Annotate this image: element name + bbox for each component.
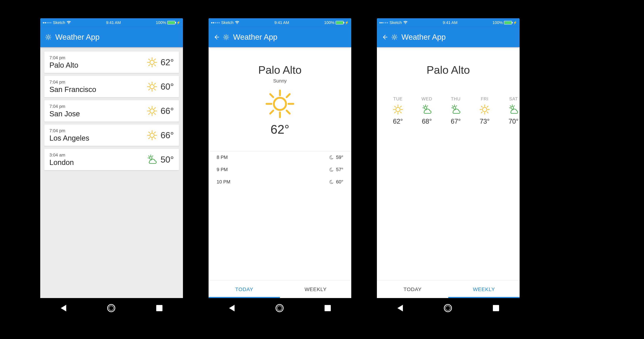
card-city: San Jose	[50, 110, 80, 118]
carrier-label: Sketch	[390, 20, 402, 25]
app-bar: Weather App	[377, 27, 520, 47]
hourly-row: 10 PM 60°	[208, 176, 351, 188]
app-logo-sun-icon	[223, 34, 229, 40]
weekly-days-row[interactable]: TUE 62° WED 68° THU 67° FRI 73° SAT 70°	[377, 96, 520, 125]
tab-today[interactable]: TODAY	[377, 281, 448, 298]
city-card[interactable]: 7:04 pm San Jose 66°	[44, 100, 179, 122]
partly-icon	[422, 104, 432, 115]
hourly-list[interactable]: 8 PM 59° 9 PM 57° 10 PM 60°	[208, 151, 351, 188]
nav-recent-icon[interactable]	[156, 305, 162, 311]
card-time: 7:04 pm	[50, 104, 80, 109]
card-temp: 60°	[160, 81, 174, 92]
carrier-label: Sketch	[53, 20, 65, 25]
hour-time: 8 PM	[216, 154, 228, 160]
detail-body: Palo Alto Sunny 62° 8 PM 59° 9 PM 57° 10…	[208, 47, 351, 281]
city-card[interactable]: 7:04 pm Los Angeles 66°	[44, 124, 179, 146]
battery-percent: 100%	[324, 20, 334, 25]
card-temp: 66°	[160, 130, 174, 140]
nav-back-icon[interactable]	[398, 305, 403, 311]
card-time: 7:04 pm	[50, 128, 89, 133]
detail-city: Palo Alto	[258, 64, 302, 76]
signal-dots-icon	[380, 22, 388, 23]
status-bar: Sketch 9:41 AM 100% ⚡	[377, 18, 520, 27]
day-temp: 70°	[508, 118, 518, 125]
status-time: 9:41 AM	[443, 20, 458, 25]
sun-icon	[480, 104, 490, 115]
battery-percent: 100%	[156, 20, 166, 25]
charging-icon: ⚡	[513, 21, 517, 25]
app-logo-sun-icon	[45, 34, 51, 40]
nav-recent-icon[interactable]	[324, 305, 331, 311]
city-card[interactable]: 7:04 pm Palo Alto 62°	[44, 51, 179, 73]
status-bar: Sketch 9:41 AM 100% ⚡	[40, 18, 183, 27]
day-temp: 62°	[393, 118, 403, 125]
card-time: 3:04 am	[50, 152, 74, 158]
city-list[interactable]: 7:04 pm Palo Alto 62° 7:04 pm San Franci…	[40, 47, 183, 298]
hourly-row: 8 PM 59°	[208, 151, 351, 163]
tab-bar: TODAY WEEKLY	[208, 281, 351, 298]
battery-percent: 100%	[492, 20, 503, 25]
tab-today[interactable]: TODAY	[208, 281, 280, 298]
back-button[interactable]	[214, 34, 219, 40]
nav-recent-icon[interactable]	[493, 305, 499, 311]
signal-dots-icon	[43, 22, 52, 23]
nav-back-icon[interactable]	[229, 305, 234, 311]
sun-icon	[147, 57, 157, 67]
sun-icon	[393, 104, 403, 115]
app-title: Weather App	[55, 33, 100, 41]
signal-dots-icon	[211, 22, 220, 23]
day-name: FRI	[481, 96, 488, 101]
charging-icon: ⚡	[176, 21, 180, 25]
moon-icon	[329, 167, 334, 172]
card-temp: 50°	[160, 154, 174, 165]
app-bar: Weather App	[40, 27, 183, 47]
nav-home-icon[interactable]	[107, 304, 115, 312]
day-name: WED	[422, 96, 432, 101]
phone-detail-weekly: Sketch 9:41 AM 100% ⚡ Weather App	[377, 18, 520, 318]
day-temp: 67°	[451, 118, 461, 125]
status-time: 9:41 AM	[106, 20, 121, 25]
day-column[interactable]: TUE 62°	[388, 96, 408, 125]
day-column[interactable]: WED 68°	[417, 96, 437, 125]
card-city: Palo Alto	[50, 61, 78, 69]
app-logo-sun-icon	[392, 34, 398, 40]
tab-weekly[interactable]: WEEKLY	[280, 281, 351, 298]
day-name: SAT	[509, 96, 518, 101]
moon-icon	[329, 155, 334, 160]
android-nav-bar	[40, 298, 183, 318]
nav-home-icon[interactable]	[276, 304, 284, 312]
detail-condition: Sunny	[273, 78, 287, 84]
app-bar: Weather App	[208, 27, 351, 47]
moon-icon	[329, 180, 334, 184]
hour-temp: 60°	[336, 179, 343, 185]
weekly-city: Palo Alto	[427, 64, 470, 76]
app-title: Weather App	[402, 33, 446, 41]
city-card[interactable]: 3:04 am London 50°	[44, 149, 179, 170]
app-title: Weather App	[233, 33, 277, 41]
nav-home-icon[interactable]	[444, 304, 452, 312]
day-name: THU	[451, 96, 460, 101]
battery-icon	[504, 21, 512, 24]
day-column[interactable]: FRI 73°	[474, 96, 495, 125]
city-card[interactable]: 7:04 pm San Francisco 60°	[44, 76, 179, 97]
sun-icon	[147, 81, 157, 92]
nav-back-icon[interactable]	[61, 305, 66, 311]
battery-icon	[167, 21, 175, 24]
android-nav-bar	[208, 298, 351, 318]
weekly-body: Palo Alto TUE 62° WED 68° THU 67° FRI 73…	[377, 47, 520, 281]
wifi-icon	[66, 21, 71, 24]
sun-icon	[147, 130, 157, 140]
day-column[interactable]: THU 67°	[446, 96, 466, 125]
day-name: TUE	[393, 96, 403, 101]
charging-icon: ⚡	[345, 21, 349, 25]
carrier-label: Sketch	[221, 20, 234, 25]
sun-icon	[147, 106, 157, 116]
back-button[interactable]	[382, 34, 388, 40]
day-column[interactable]: SAT 70°	[504, 96, 520, 125]
android-nav-bar	[377, 298, 520, 318]
card-temp: 62°	[160, 57, 174, 67]
card-city: London	[50, 158, 74, 167]
hour-temp: 59°	[336, 154, 343, 160]
tab-weekly[interactable]: WEEKLY	[448, 281, 520, 298]
card-time: 7:04 pm	[50, 55, 78, 60]
